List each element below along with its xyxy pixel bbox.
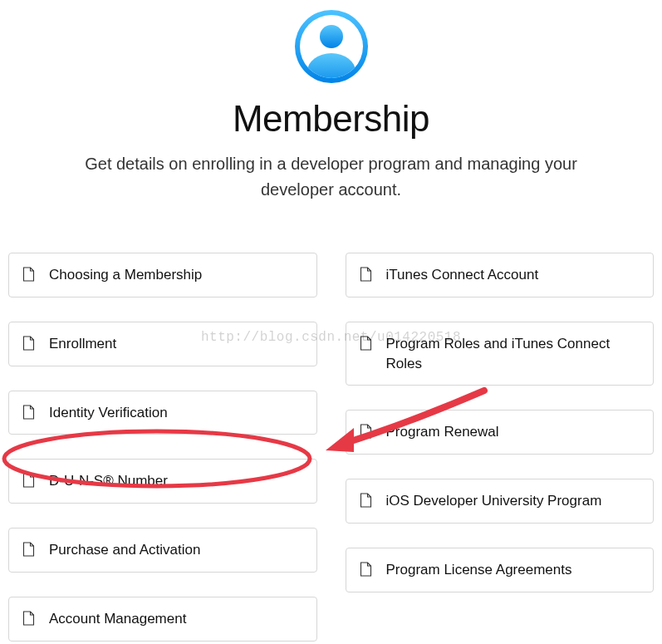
item-label: Identity Verification [49, 403, 168, 423]
list-item-ios-university[interactable]: iOS Developer University Program [346, 479, 655, 524]
item-label: Program Renewal [386, 422, 499, 442]
list-item-account-management[interactable]: Account Management [8, 597, 317, 642]
list-item-itunes-connect-account[interactable]: iTunes Connect Account [346, 253, 655, 297]
document-icon [22, 405, 35, 420]
page-subtitle: Get details on enrolling in a developer … [66, 151, 597, 203]
right-column: iTunes Connect Account Program Roles and… [346, 253, 655, 642]
item-label: iOS Developer University Program [386, 491, 602, 511]
document-icon [22, 542, 35, 557]
list-item-enrollment[interactable]: Enrollment [8, 322, 317, 366]
item-label: Purchase and Activation [49, 540, 200, 560]
content-columns: Choosing a Membership Enrollment Identit… [0, 236, 662, 642]
document-icon [22, 611, 35, 626]
item-label: D-U-N-S® Number [49, 471, 168, 491]
document-icon [360, 562, 372, 577]
document-icon [22, 267, 35, 282]
document-icon [22, 336, 35, 351]
document-icon [360, 493, 372, 508]
document-icon [360, 267, 372, 282]
list-item-program-renewal[interactable]: Program Renewal [346, 410, 655, 455]
item-label: Enrollment [49, 334, 116, 354]
list-item-program-roles[interactable]: Program Roles and iTunes Connect Roles [346, 322, 655, 386]
header-section: Membership Get details on enrolling in a… [0, 0, 662, 236]
item-label: Choosing a Membership [49, 265, 202, 285]
item-label: Account Management [49, 609, 186, 629]
list-item-purchase-activation[interactable]: Purchase and Activation [8, 528, 317, 573]
list-item-choosing-membership[interactable]: Choosing a Membership [8, 253, 317, 297]
list-item-identity-verification[interactable]: Identity Verification [8, 391, 317, 435]
item-label: Program License Agreements [386, 560, 572, 580]
document-icon [22, 473, 35, 488]
item-label: iTunes Connect Account [386, 265, 539, 285]
document-icon [360, 424, 372, 439]
left-column: Choosing a Membership Enrollment Identit… [8, 253, 317, 642]
page-title: Membership [0, 98, 662, 140]
document-icon [360, 336, 372, 351]
avatar-icon [295, 10, 368, 83]
list-item-license-agreements[interactable]: Program License Agreements [346, 548, 655, 592]
list-item-duns-number[interactable]: D-U-N-S® Number [8, 459, 317, 504]
item-label: Program Roles and iTunes Connect Roles [386, 334, 640, 374]
